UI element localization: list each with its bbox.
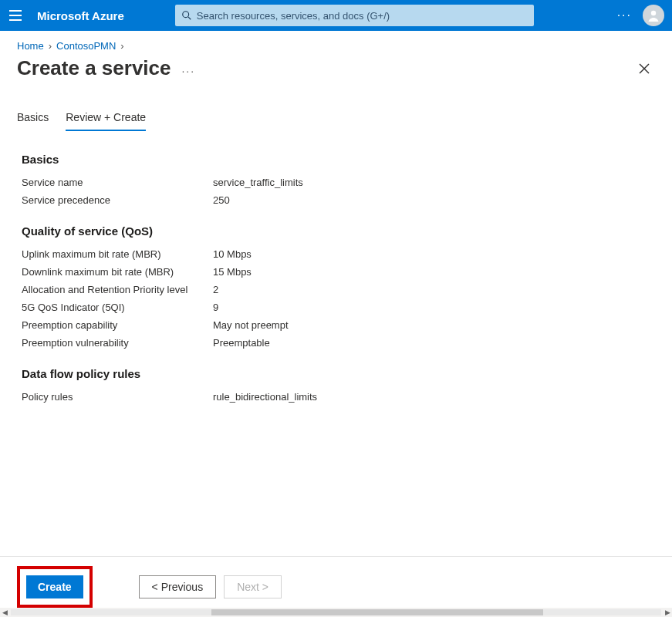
kv-value: 250 — [213, 194, 230, 206]
next-button: Next > — [224, 575, 282, 598]
kv-value: May not preempt — [213, 319, 289, 331]
kv-row: Preemption vulnerability Preemptable — [22, 337, 650, 349]
page-title: Create a service — [17, 56, 171, 80]
nav-button-group: < Previous Next > — [139, 575, 282, 598]
kv-row: Uplink maximum bit rate (MBR) 10 Mbps — [22, 248, 650, 260]
search-wrap — [175, 5, 534, 26]
top-bar: Microsoft Azure ··· — [0, 0, 672, 31]
footer-bar: Create < Previous Next > — [0, 566, 299, 608]
kv-row: 5G QoS Indicator (5QI) 9 — [22, 302, 650, 313]
kv-label: Policy rules — [22, 391, 213, 403]
hamburger-icon[interactable] — [8, 8, 23, 23]
breadcrumb: Home › ContosoPMN › — [0, 31, 672, 53]
kv-row: Preemption capability May not preempt — [22, 319, 650, 331]
kv-row: Allocation and Retention Priority level … — [22, 284, 650, 295]
chevron-right-icon: › — [49, 40, 52, 52]
kv-label: Uplink maximum bit rate (MBR) — [22, 248, 213, 260]
section-heading-qos: Quality of service (QoS) — [22, 224, 650, 238]
previous-button[interactable]: < Previous — [139, 575, 217, 598]
section-heading-basics: Basics — [22, 153, 650, 166]
kv-label: Service name — [22, 177, 213, 188]
kv-label: Service precedence — [22, 194, 213, 206]
footer-divider — [0, 556, 672, 557]
search-icon — [181, 10, 192, 21]
title-more-icon[interactable]: ··· — [181, 65, 195, 77]
scroll-left-icon[interactable]: ◀ — [0, 609, 9, 616]
review-content: Basics Service name service_traffic_limi… — [0, 131, 672, 416]
section-heading-dfp: Data flow policy rules — [22, 367, 650, 380]
page-header: Create a service ··· — [0, 53, 672, 93]
close-button[interactable] — [633, 58, 655, 79]
kv-label: Preemption capability — [22, 319, 213, 331]
kv-label: 5G QoS Indicator (5QI) — [22, 302, 213, 313]
kv-label: Preemption vulnerability — [22, 337, 213, 349]
kv-label: Downlink maximum bit rate (MBR) — [22, 266, 213, 278]
kv-row: Policy rules rule_bidirectional_limits — [22, 391, 650, 403]
tab-bar: Basics Review + Create — [0, 93, 672, 131]
person-icon — [646, 8, 661, 23]
kv-value: service_traffic_limits — [213, 177, 303, 188]
svg-point-0 — [183, 12, 189, 18]
global-search[interactable] — [175, 5, 534, 26]
kv-row: Downlink maximum bit rate (MBR) 15 Mbps — [22, 266, 650, 278]
more-icon[interactable]: ··· — [617, 8, 632, 22]
svg-line-1 — [188, 17, 191, 19]
scroll-right-icon[interactable]: ▶ — [663, 609, 672, 616]
svg-point-2 — [651, 11, 656, 15]
kv-row: Service name service_traffic_limits — [22, 177, 650, 188]
breadcrumb-home[interactable]: Home — [17, 40, 44, 52]
brand-label[interactable]: Microsoft Azure — [37, 9, 124, 22]
kv-value: Preemptable — [213, 337, 270, 349]
tab-basics[interactable]: Basics — [17, 106, 49, 131]
breadcrumb-resource[interactable]: ContosoPMN — [56, 40, 116, 52]
top-right: ··· — [617, 5, 664, 26]
avatar[interactable] — [643, 5, 664, 26]
search-input[interactable] — [197, 10, 528, 22]
kv-value: 15 Mbps — [213, 266, 252, 278]
kv-label: Allocation and Retention Priority level — [22, 284, 213, 295]
close-icon — [638, 62, 650, 75]
highlight-box: Create — [17, 566, 93, 608]
horizontal-scrollbar[interactable]: ◀ ▶ — [0, 608, 672, 617]
kv-row: Service precedence 250 — [22, 194, 650, 206]
chevron-right-icon: › — [120, 40, 123, 52]
kv-value: rule_bidirectional_limits — [213, 391, 317, 403]
kv-value: 2 — [213, 284, 218, 295]
kv-value: 10 Mbps — [213, 248, 252, 260]
scroll-thumb[interactable] — [211, 609, 543, 615]
kv-value: 9 — [213, 302, 218, 313]
tab-review-create[interactable]: Review + Create — [66, 106, 146, 131]
create-button[interactable]: Create — [26, 575, 83, 598]
scroll-track[interactable] — [11, 609, 661, 615]
